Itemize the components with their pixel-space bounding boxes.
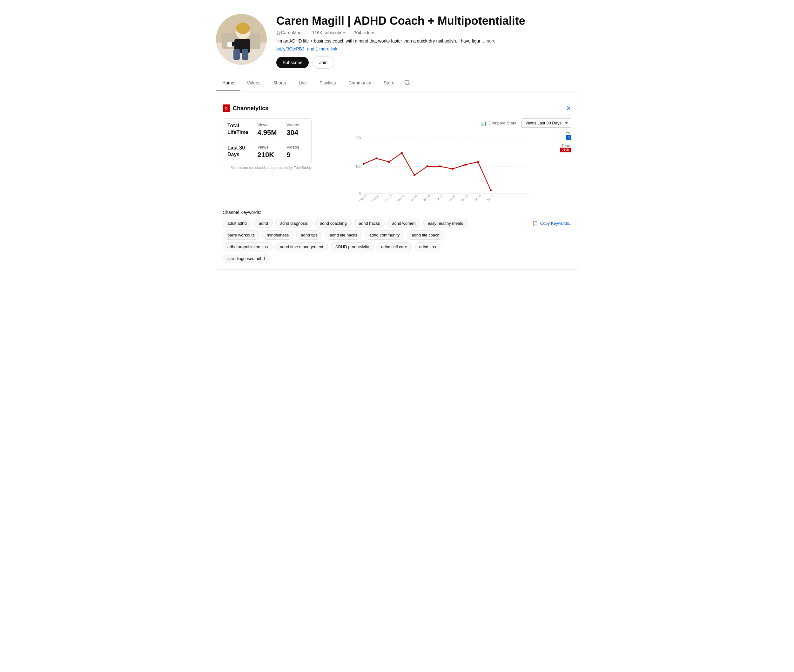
join-button[interactable]: Join (313, 56, 334, 69)
channel-header: Caren Magill | ADHD Coach + Multipotenti… (216, 6, 578, 75)
copy-icon: 📋 (532, 220, 538, 226)
compare-icon: 📊 (481, 121, 486, 126)
tab-videos[interactable]: Videos (241, 76, 267, 90)
svg-point-26 (464, 164, 466, 166)
svg-text:Dec 28: Dec 28 (384, 194, 393, 201)
channel-search-icon[interactable] (401, 75, 414, 91)
keyword-adhd-life-coach[interactable]: adhd life coach (407, 230, 444, 240)
channel-link-more: and 1 more link (307, 46, 337, 51)
keyword-adhd-tips-2[interactable]: adhd tips (414, 242, 441, 251)
chart-svg: 20k 10k 0 (321, 131, 571, 201)
svg-text:Jan 12: Jan 12 (448, 194, 456, 201)
compare-stats: 📊 Compare Stats (481, 121, 516, 126)
stats-grid: Total LifeTime Views 4.95M Videos 304 La… (223, 118, 311, 163)
tab-live-link[interactable]: Live (292, 76, 313, 90)
tab-store-link[interactable]: Store (377, 76, 401, 90)
tab-home-link[interactable]: Home (216, 76, 241, 90)
svg-text:Jan 18: Jan 18 (473, 194, 481, 201)
svg-rect-7 (242, 49, 249, 60)
svg-point-23 (426, 165, 428, 167)
keyword-adhd-tips-1[interactable]: adhd tips (296, 230, 322, 240)
description-more[interactable]: ...more (482, 38, 496, 43)
compare-stats-label: Compare Stats (488, 121, 516, 125)
copy-keywords-label: Copy Keywords.. (540, 221, 571, 226)
keyword-adhd-self-care[interactable]: adhd self care (376, 242, 412, 251)
last30-views-value: 210K (258, 151, 277, 159)
close-button[interactable]: ✕ (566, 104, 571, 112)
legend-you-label: You (566, 131, 571, 135)
keyword-adhd-organization-tips[interactable]: adhd organization tips (223, 242, 273, 251)
lifetime-label: Total LifeTime (228, 123, 249, 136)
keyword-adhd[interactable]: adhd (254, 219, 273, 228)
keyword-adhd-hacks[interactable]: adhd hacks (354, 219, 385, 228)
svg-point-25 (452, 168, 454, 170)
views-dropdown[interactable]: Views Last 30 Days Views Last 7 Days Vie… (521, 118, 571, 128)
keywords-title: Channel Keywords: (223, 210, 571, 215)
keywords-list-4: late-diagnosed adhd (223, 254, 571, 263)
videos-label-2: Videos (287, 145, 307, 149)
keyword-adhd-life-hacks[interactable]: adhd life hacks (325, 230, 362, 240)
channel-name: Caren Magill | ADHD Coach + Multipotenti… (276, 14, 578, 27)
legend-them: Them 210K (560, 144, 571, 152)
channel-link: bit.ly/3OtcPB3 and 1 more link (276, 46, 578, 51)
svg-text:Jan 06: Jan 06 (422, 194, 431, 201)
svg-text:Jan 03: Jan 03 (410, 194, 418, 201)
last30-label-cell: Last 30 Days (223, 141, 253, 163)
svg-text:Dec 25: Dec 25 (371, 194, 380, 201)
keyword-adhd-time-management[interactable]: adhd time management (275, 242, 328, 251)
videos-label-1: Videos (287, 123, 307, 127)
keyword-mindfulness[interactable]: mindfulness (262, 230, 294, 240)
lifetime-videos-cell: Videos 304 (282, 119, 311, 141)
tab-community-link[interactable]: Community (342, 76, 377, 90)
svg-point-28 (490, 189, 492, 191)
tab-home[interactable]: Home (216, 76, 241, 90)
keyword-adult-adhd[interactable]: adult adhd (223, 219, 252, 228)
tab-shorts-link[interactable]: Shorts (267, 76, 292, 90)
views-label-2: Views (258, 145, 277, 149)
chart-header: 📊 Compare Stats Views Last 30 Days Views… (321, 118, 571, 128)
channel-handle: @CarenMagill (276, 30, 305, 35)
svg-point-24 (439, 165, 441, 167)
svg-line-11 (408, 84, 410, 85)
keyword-adhd-community[interactable]: adhd community (365, 230, 404, 240)
avatar (216, 14, 267, 65)
tab-playlists-link[interactable]: Playlists (313, 76, 342, 90)
svg-rect-9 (228, 42, 232, 47)
svg-text:20k: 20k (355, 136, 361, 140)
keyword-adhd-women[interactable]: adhd women (387, 219, 420, 228)
keyword-easy-healthy-meals[interactable]: easy healthy meals (423, 219, 468, 228)
channel-info: Caren Magill | ADHD Coach + Multipotenti… (276, 14, 578, 69)
keywords-section: Channel Keywords: adult adhd adhd adhd d… (223, 210, 571, 263)
svg-text:10k: 10k (355, 165, 361, 168)
channel-description: I'm an ADHD life + business coach with a… (276, 38, 578, 45)
metrics-note: Metrics are calculated and generated by … (223, 166, 311, 170)
subscribe-button[interactable]: Subscribe (276, 57, 309, 68)
svg-text:0: 0 (359, 191, 361, 195)
last30-views-cell: Views 210K (253, 141, 282, 163)
tab-shorts[interactable]: Shorts (267, 76, 292, 90)
keyword-adhd-coaching[interactable]: adhd coaching (315, 219, 351, 228)
last30-videos-cell: Videos 9 (282, 141, 311, 163)
keyword-late-diagnosed-adhd[interactable]: late-diagnosed adhd (223, 254, 269, 263)
tab-videos-link[interactable]: Videos (241, 76, 267, 90)
tab-live[interactable]: Live (292, 76, 313, 90)
channelytics-header: b Channelytics ✕ (223, 104, 571, 112)
keyword-barre-workouts[interactable]: barre workouts (223, 230, 260, 240)
legend-them-value: 210K (560, 147, 571, 152)
keyword-adhd-productivity[interactable]: ADHD productivity (330, 242, 374, 251)
keywords-list: adult adhd adhd adhd diagnosis adhd coac… (223, 219, 571, 228)
svg-point-20 (388, 161, 390, 163)
channelytics-title: b Channelytics (223, 104, 268, 112)
keywords-list-3: adhd organization tips adhd time managem… (223, 242, 571, 251)
tab-store[interactable]: Store (377, 76, 401, 90)
lifetime-views-cell: Views 4.95M (253, 119, 282, 141)
keywords-list-2: barre workouts mindfulness adhd tips adh… (223, 230, 571, 240)
keyword-adhd-diagnosis[interactable]: adhd diagnosis (275, 219, 313, 228)
svg-point-10 (404, 80, 409, 85)
copy-keywords-button[interactable]: 📋 Copy Keywords.. (532, 220, 571, 226)
tab-community[interactable]: Community (342, 76, 377, 90)
tab-playlists[interactable]: Playlists (313, 76, 342, 90)
channel-link-url[interactable]: bit.ly/3OtcPB3 (276, 46, 305, 51)
stats-right: 📊 Compare Stats Views Last 30 Days Views… (321, 118, 571, 202)
svg-point-22 (414, 174, 415, 176)
